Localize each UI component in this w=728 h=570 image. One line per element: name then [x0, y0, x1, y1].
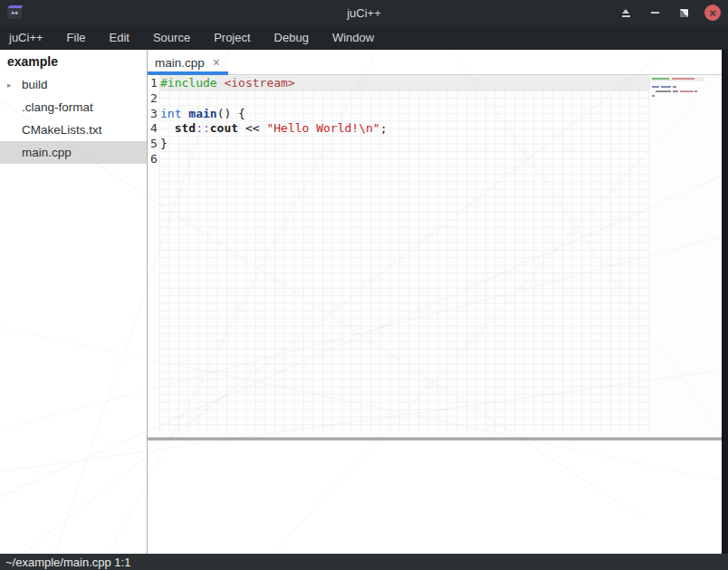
menu-item-project[interactable]: Project — [202, 25, 262, 50]
minimap-line — [694, 90, 697, 92]
minimap[interactable] — [651, 75, 721, 435]
project-root-label[interactable]: example — [0, 50, 147, 73]
minimap-line — [680, 90, 694, 92]
line-number: 2 — [148, 91, 159, 107]
line-text: std::cout << "Hello World!\n"; — [159, 121, 387, 137]
line-text: int main() { — [159, 107, 245, 122]
tab-label: main.cpp — [155, 56, 205, 70]
menu-item-source[interactable]: Source — [141, 25, 202, 50]
minimap-line — [652, 78, 669, 80]
shade-button[interactable] — [616, 3, 636, 23]
menu-item-edit[interactable]: Edit — [98, 25, 141, 50]
minimap-line — [673, 90, 678, 92]
menu-item-window[interactable]: Window — [321, 25, 386, 50]
minimap-line — [673, 86, 676, 88]
maximize-icon — [680, 9, 688, 17]
minimap-line — [652, 95, 655, 97]
maximize-button[interactable] — [674, 3, 694, 23]
content: example ▸build.clang-formatCMakeLists.tx… — [0, 50, 728, 554]
tabbar: main.cpp× — [148, 50, 722, 75]
close-icon: × — [704, 5, 721, 21]
line-number: 5 — [148, 137, 159, 152]
eject-icon — [621, 9, 631, 17]
menu-item-juci[interactable]: juCi++ — [0, 25, 55, 50]
line-text — [159, 91, 160, 107]
line-number: 6 — [148, 152, 159, 167]
line-number: 1 — [148, 76, 159, 91]
minimap-line — [661, 86, 671, 88]
jucipp-window: ++ juCi++ × juCi++FileEditSourceProjectD… — [0, 0, 728, 570]
close-button[interactable]: × — [703, 3, 723, 23]
minimap-line — [656, 90, 671, 92]
terminal-panel[interactable] — [148, 441, 722, 554]
statusbar: ~/example/main.cpp 1:1 — [0, 554, 728, 570]
minimize-button[interactable] — [645, 3, 665, 23]
tab-close-icon[interactable]: × — [213, 56, 220, 69]
status-file-position: ~/example/main.cpp 1:1 — [5, 556, 130, 569]
code-line: 4 std::cout << "Hello World!\n"; — [148, 121, 722, 137]
code-line: 2 — [148, 91, 722, 107]
code-line: 1#include <iostream> — [148, 76, 722, 91]
titlebar: ++ juCi++ × — [0, 0, 728, 25]
right-edge-strip — [722, 50, 728, 554]
tree-item-main-cpp[interactable]: main.cpp — [0, 141, 147, 164]
code-editor[interactable]: 1#include <iostream>23int main() {4 std:… — [148, 75, 722, 437]
line-number: 3 — [148, 107, 159, 122]
minimap-line — [652, 86, 659, 88]
tree-item--clang-format[interactable]: .clang-format — [0, 96, 147, 119]
menu-item-file[interactable]: File — [55, 25, 98, 50]
code-lines: 1#include <iostream>23int main() {4 std:… — [148, 76, 722, 167]
tree-item-label: .clang-format — [0, 100, 93, 114]
window-controls: × — [616, 0, 723, 25]
file-tree: example ▸build.clang-formatCMakeLists.tx… — [0, 50, 148, 554]
code-line: 5} — [148, 137, 722, 152]
tree-item-build[interactable]: ▸build — [0, 73, 147, 96]
line-number: 4 — [148, 121, 159, 137]
line-text: #include <iostream> — [159, 76, 295, 91]
tree-item-cmakelists-txt[interactable]: CMakeLists.txt — [0, 119, 147, 141]
tree-item-label: CMakeLists.txt — [0, 123, 102, 137]
menubar: juCi++FileEditSourceProjectDebugWindow — [0, 25, 728, 50]
minimap-line — [672, 78, 694, 80]
editor-pane: main.cpp× 1#include <iostream>23int main… — [148, 50, 722, 554]
minimize-icon — [651, 12, 659, 14]
menu-item-debug[interactable]: Debug — [263, 25, 321, 50]
line-text — [159, 152, 160, 167]
code-line: 3int main() { — [148, 107, 722, 122]
tree-item-label: main.cpp — [0, 146, 72, 159]
code-line: 6 — [148, 152, 722, 167]
line-text: } — [159, 137, 168, 152]
expander-arrow-icon[interactable]: ▸ — [7, 81, 16, 90]
